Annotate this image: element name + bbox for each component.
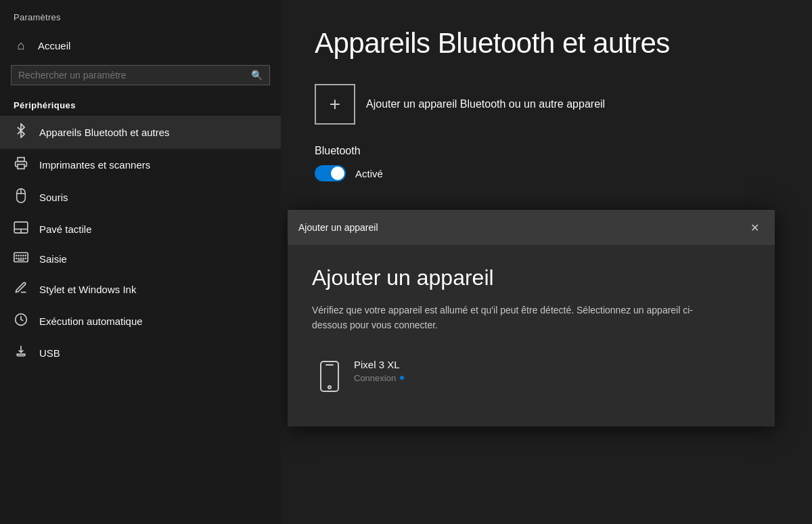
modal-header: Ajouter un appareil ✕ — [288, 210, 775, 245]
device-name: Pixel 3 XL — [354, 359, 404, 370]
keyboard-icon — [14, 252, 28, 266]
page-title: Appareils Bluetooth et autres — [315, 27, 778, 60]
device-list-item[interactable]: Pixel 3 XL Connexion — [312, 352, 750, 399]
close-icon: ✕ — [750, 221, 759, 234]
modal-header-title: Ajouter un appareil — [298, 222, 378, 233]
toggle-label: Activé — [355, 168, 383, 179]
modal-description: Vérifiez que votre appareil est allumé e… — [312, 303, 718, 333]
autoplay-icon — [14, 313, 28, 330]
sidebar-item-autoplay-label: Exécution automatique — [39, 315, 143, 327]
sidebar-item-usb-label: USB — [39, 347, 60, 359]
sidebar-item-pen[interactable]: Stylet et Windows Ink — [0, 274, 281, 305]
add-device-label: Ajouter un appareil Bluetooth ou un autr… — [366, 98, 605, 110]
svg-rect-21 — [321, 362, 338, 391]
modal-title: Ajouter un appareil — [312, 265, 750, 290]
bluetooth-section: Bluetooth Activé — [315, 145, 778, 181]
device-info: Pixel 3 XL Connexion — [354, 359, 404, 383]
printer-icon — [14, 156, 28, 173]
sidebar-item-printers-label: Imprimantes et scanners — [39, 159, 150, 171]
sidebar-home-label: Accueil — [38, 40, 70, 51]
toggle-knob — [331, 167, 344, 180]
add-icon: + — [330, 93, 340, 115]
modal-body: Ajouter un appareil Vérifiez que votre a… — [288, 245, 775, 427]
add-device-button[interactable]: + — [315, 84, 355, 125]
touchpad-icon — [14, 221, 28, 237]
sidebar-item-mouse[interactable]: Souris — [0, 181, 281, 214]
device-icon-box — [317, 360, 342, 393]
device-status-text: Connexion — [354, 373, 396, 383]
sidebar-item-home[interactable]: ⌂ Accueil — [0, 32, 281, 60]
sidebar-item-touchpad[interactable]: Pavé tactile — [0, 214, 281, 244]
mouse-icon — [14, 188, 28, 206]
sidebar-item-printers[interactable]: Imprimantes et scanners — [0, 149, 281, 181]
app-title: Paramètres — [0, 0, 281, 32]
toggle-row: Activé — [315, 165, 778, 181]
search-box[interactable]: 🔍 — [11, 65, 270, 85]
search-input[interactable] — [18, 70, 246, 81]
usb-icon — [14, 345, 28, 362]
svg-rect-1 — [18, 165, 24, 169]
device-status: Connexion — [354, 373, 404, 383]
sidebar-item-bluetooth-label: Appareils Bluetooth et autres — [39, 127, 170, 138]
phone-icon — [319, 360, 340, 393]
main-content: Appareils Bluetooth et autres + Ajouter … — [281, 0, 812, 524]
svg-point-23 — [328, 386, 331, 389]
add-device-modal: Ajouter un appareil ✕ Ajouter un apparei… — [288, 210, 775, 427]
modal-close-button[interactable]: ✕ — [745, 218, 764, 237]
sidebar-item-typing-label: Saisie — [39, 253, 67, 265]
sidebar: Paramètres ⌂ Accueil 🔍 Périphériques App… — [0, 0, 281, 524]
bluetooth-toggle[interactable] — [315, 165, 346, 181]
sidebar-item-usb[interactable]: USB — [0, 337, 281, 369]
pen-icon — [14, 281, 28, 298]
sidebar-item-touchpad-label: Pavé tactile — [39, 223, 92, 235]
home-icon: ⌂ — [14, 39, 28, 53]
bluetooth-section-title: Bluetooth — [315, 145, 778, 157]
svg-rect-0 — [18, 158, 24, 162]
sidebar-item-autoplay[interactable]: Exécution automatique — [0, 305, 281, 337]
sidebar-item-bluetooth[interactable]: Appareils Bluetooth et autres — [0, 116, 281, 149]
sidebar-item-pen-label: Stylet et Windows Ink — [39, 284, 136, 295]
section-label: Périphériques — [0, 96, 281, 116]
search-icon: 🔍 — [251, 70, 263, 81]
sidebar-item-mouse-label: Souris — [39, 192, 68, 203]
status-dot — [400, 376, 404, 380]
modal-overlay: Ajouter un appareil ✕ Ajouter un apparei… — [288, 210, 812, 524]
sidebar-item-typing[interactable]: Saisie — [0, 244, 281, 274]
add-device-row[interactable]: + Ajouter un appareil Bluetooth ou un au… — [315, 84, 778, 125]
bluetooth-icon — [14, 123, 28, 141]
